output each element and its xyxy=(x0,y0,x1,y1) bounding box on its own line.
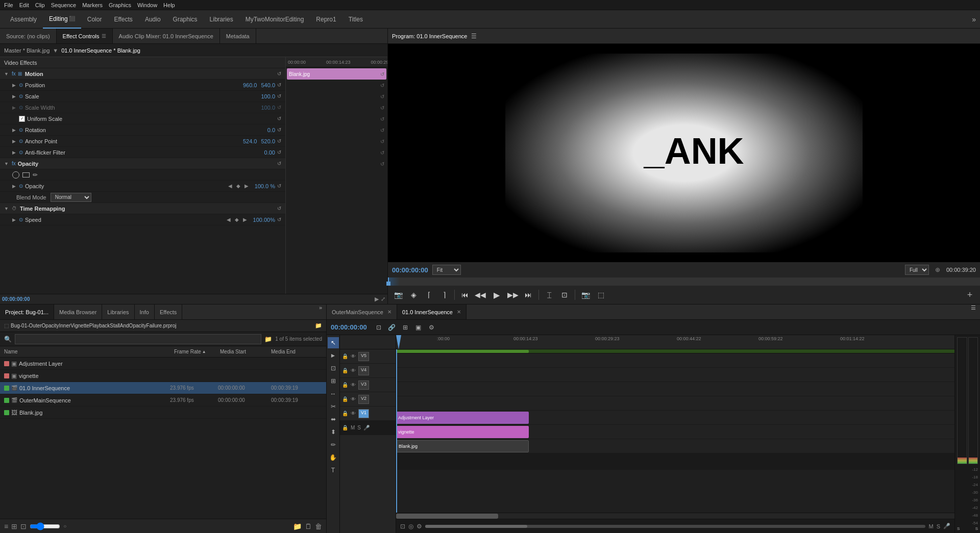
audio-mixer-tab[interactable]: Audio Clip Mixer: 01.0 InnerSequence xyxy=(113,29,220,43)
opacity-rect-icon[interactable] xyxy=(22,172,30,177)
menu-markers[interactable]: Markers xyxy=(82,2,103,8)
add-track-btn[interactable]: ⊞ xyxy=(400,322,411,333)
menu-sequence[interactable]: Sequence xyxy=(51,2,77,8)
zoom-slider[interactable] xyxy=(30,522,60,530)
v5-label[interactable]: V5 xyxy=(358,352,369,361)
menu-file[interactable]: File xyxy=(4,2,13,8)
antiflicker-reset[interactable]: ↺ xyxy=(277,149,281,155)
anchor-reset[interactable]: ↺ xyxy=(277,138,281,144)
rotation-value[interactable]: 0.0 xyxy=(267,127,275,133)
rate-stretch-tool[interactable]: ↔ xyxy=(328,388,339,399)
timeline-tabs-menu[interactable]: ☰ xyxy=(967,304,980,319)
position-reset[interactable]: ↺ xyxy=(277,82,281,88)
go-in-btn[interactable]: ⏮ xyxy=(459,289,471,301)
ec-r2[interactable]: ↺ xyxy=(380,80,384,91)
audio-zoom-in-btn[interactable]: S xyxy=(937,523,940,529)
v3-label[interactable]: V3 xyxy=(358,380,369,390)
speed-kf-prev[interactable]: ◀ xyxy=(227,217,231,222)
opacity-expand-icon[interactable]: ▼ xyxy=(4,161,9,166)
full-select[interactable]: Full xyxy=(905,265,929,275)
search-input[interactable] xyxy=(15,334,261,344)
list-item[interactable]: ▣ Adjustment Layer xyxy=(0,358,326,370)
timeline-scrollbar[interactable] xyxy=(396,513,954,519)
razor-tool[interactable]: ✂ xyxy=(328,401,339,412)
tab-repro1[interactable]: Repro1 xyxy=(310,10,342,29)
effect-controls-menu-icon[interactable]: ☰ xyxy=(102,33,106,39)
in-point-btn[interactable]: ⌈ xyxy=(423,289,435,301)
scale-expand[interactable]: ▶ xyxy=(12,94,16,99)
tab-two-monitor[interactable]: MyTwoMonitorEditing xyxy=(239,10,310,29)
ec-r3[interactable]: ↺ xyxy=(380,91,384,102)
project-tab-effects[interactable]: Effects xyxy=(155,304,182,319)
list-view-icon[interactable]: ≡ xyxy=(4,522,8,530)
tab-titles[interactable]: Titles xyxy=(342,10,369,29)
anchor-y[interactable]: 520.0 xyxy=(261,138,275,144)
opacity-keyframe-next[interactable]: ▶ xyxy=(244,183,249,189)
opacity-circle-icon[interactable] xyxy=(12,171,19,179)
workspace-more-btn[interactable]: » xyxy=(972,15,976,23)
tab-effects[interactable]: Effects xyxy=(108,10,138,29)
ripple-trim-tool[interactable]: ⊡ xyxy=(328,363,339,374)
opacity-section-header[interactable]: ▼ fx Opacity ↺ xyxy=(0,158,285,169)
motion-expand-icon[interactable]: ▼ xyxy=(4,71,9,77)
source-tab[interactable]: Source: (no clips) xyxy=(0,29,57,43)
inner-seq-close[interactable]: ✕ xyxy=(457,309,461,315)
monitor-menu-icon[interactable]: ☰ xyxy=(471,33,477,40)
v2-eye-icon[interactable]: 👁 xyxy=(351,396,356,402)
type-tool[interactable]: T xyxy=(328,465,339,476)
blend-mode-select[interactable]: Normal xyxy=(51,193,91,202)
track-select-tool[interactable]: ► xyxy=(328,350,339,361)
ec-r4[interactable]: ↺ xyxy=(380,102,384,113)
outer-seq-close[interactable]: ✕ xyxy=(387,309,391,315)
uniform-scale-checkbox[interactable]: ✓ xyxy=(19,116,25,122)
v3-lock-icon[interactable]: 🔒 xyxy=(342,382,348,388)
tab-audio[interactable]: Audio xyxy=(139,10,167,29)
v5-eye-icon[interactable]: 👁 xyxy=(351,353,356,359)
slide-tool[interactable]: ⬍ xyxy=(328,426,339,438)
rolling-trim-tool[interactable]: ⊞ xyxy=(328,375,339,387)
vignette-clip[interactable]: vignette xyxy=(396,426,529,438)
tab-graphics[interactable]: Graphics xyxy=(167,10,204,29)
menu-clip[interactable]: Clip xyxy=(35,2,45,8)
scale-value[interactable]: 100.0 xyxy=(261,93,275,99)
v1-label[interactable]: V1 xyxy=(358,409,369,418)
ec-r5[interactable]: ↺ xyxy=(380,113,384,124)
overwrite-btn[interactable]: ⊡ xyxy=(558,289,571,301)
v2-label[interactable]: V2 xyxy=(358,395,369,404)
project-tabs-more[interactable]: » xyxy=(315,304,326,319)
ec-r8[interactable]: ↺ xyxy=(380,147,384,158)
menu-help[interactable]: Help xyxy=(163,2,175,8)
tab-editing[interactable]: Editing ⬛ xyxy=(43,10,81,29)
new-item-icon[interactable]: 🗒 xyxy=(305,522,312,530)
position-y[interactable]: 540.0 xyxy=(261,82,275,88)
project-tab-media[interactable]: Media Browser xyxy=(54,304,102,319)
ec-clip[interactable]: Blank.jpg xyxy=(287,68,386,80)
col-fps-header[interactable]: Frame Rate ▲ xyxy=(174,349,220,354)
position-expand[interactable]: ▶ xyxy=(12,83,16,88)
blank-jpg-clip[interactable]: Blank.jpg xyxy=(396,440,529,452)
tab-color[interactable]: Color xyxy=(81,10,108,29)
a1-solo-icon[interactable]: S xyxy=(357,425,361,430)
v1-eye-icon[interactable]: 👁 xyxy=(351,411,356,416)
ec-zoom-out[interactable]: ▶ xyxy=(375,296,379,302)
position-x[interactable]: 960.0 xyxy=(243,82,257,88)
step-fwd-btn[interactable]: ▶▶ xyxy=(507,289,519,301)
project-tab-main[interactable]: Project: Bug-01... xyxy=(0,304,54,319)
speed-reset[interactable]: ↺ xyxy=(277,217,281,222)
menu-window[interactable]: Window xyxy=(137,2,157,8)
v5-lock-icon[interactable]: 🔒 xyxy=(342,353,348,359)
zoom-reset-btn[interactable]: ○ xyxy=(63,523,66,529)
opacity-pen-icon[interactable]: ✏ xyxy=(33,171,38,179)
v3-eye-icon[interactable]: 👁 xyxy=(351,382,356,388)
scale-reset[interactable]: ↺ xyxy=(277,93,281,99)
pen-tool[interactable]: ✏ xyxy=(328,439,339,450)
speed-expand[interactable]: ▶ xyxy=(12,217,16,222)
monitor-current-timecode[interactable]: 00:00:00:00 xyxy=(392,266,428,274)
out-point-btn[interactable]: ⌉ xyxy=(438,289,450,301)
timeline-tab-outer[interactable]: OuterMainSequence ✕ xyxy=(327,304,397,319)
a1-mic-icon[interactable]: 🎤 xyxy=(363,425,370,430)
antiflicker-value[interactable]: 0.00 xyxy=(264,149,275,156)
uniform-scale-reset[interactable]: ↺ xyxy=(277,116,281,121)
motion-section-header[interactable]: ▼ fx ⊞ Motion ↺ xyxy=(0,68,285,80)
v1-track[interactable]: Adjustment Layer xyxy=(396,411,954,425)
